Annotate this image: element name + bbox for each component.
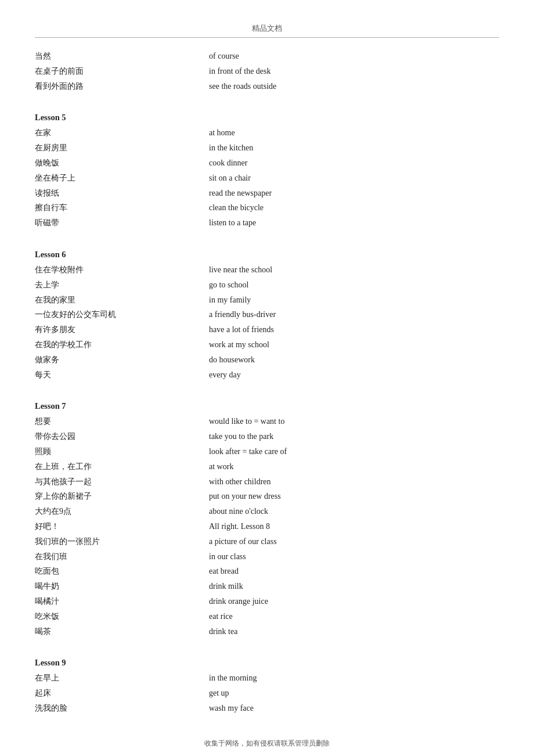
lesson-header: Lesson 6 [35,250,499,260]
table-row: 一位友好的公交车司机a friendly bus-driver [35,308,499,322]
english-text: go to school [197,278,499,292]
table-row: 看到外面的路see the roads outside [35,80,499,93]
english-text: in our class [197,550,499,564]
english-text: look after = take care of [197,445,499,459]
english-text: see the roads outside [197,80,499,93]
chinese-text: 在早上 [35,671,197,685]
english-text: in the morning [197,671,499,685]
chinese-text: 在桌子的前面 [35,64,197,78]
chinese-text: 在我的学校工作 [35,338,197,352]
chinese-text: 住在学校附件 [35,263,197,277]
english-text: of course [197,49,499,63]
chinese-text: 做晚饭 [35,156,197,170]
english-text: at home [197,126,499,140]
chinese-text: 与其他孩子一起 [35,475,197,489]
english-text: at work [197,460,499,474]
chinese-text: 吃米饭 [35,610,197,624]
english-text: drink tea [197,625,499,639]
table-row: 去上学go to school [35,278,499,292]
table-row: 在家at home [35,126,499,140]
table-row: 听磁带listen to a tape [35,216,499,230]
english-text: eat bread [197,564,499,578]
content-area: 当然of course在桌子的前面in front of the desk看到外… [35,49,499,715]
english-text: put on your new dress [197,489,499,503]
chinese-text: 一位友好的公交车司机 [35,308,197,322]
chinese-text: 读报纸 [35,186,197,200]
chinese-text: 有许多朋友 [35,323,197,337]
table-row: 每天every day [35,368,499,382]
table-row: 吃面包eat bread [35,564,499,578]
table-row: 在厨房里in the kitchen [35,141,499,155]
table-row: 好吧！All right. Lesson 8 [35,520,499,534]
english-text: in the kitchen [197,141,499,155]
chinese-text: 喝茶 [35,625,197,639]
english-text: a friendly bus-driver [197,308,499,322]
table-row: 读报纸read the newspaper [35,186,499,200]
chinese-text: 做家务 [35,353,197,367]
chinese-text: 带你去公园 [35,430,197,444]
page: 精品文档 当然of course在桌子的前面in front of the de… [0,0,534,756]
english-text: sit on a chair [197,171,499,185]
table-row: 吃米饭eat rice [35,610,499,624]
table-row: 大约在9点about nine o'clock [35,505,499,519]
chinese-text: 坐在椅子上 [35,171,197,185]
spacer [35,231,499,237]
table-row: 喝茶drink tea [35,625,499,639]
table-row: 起床get up [35,686,499,700]
chinese-text: 好吧！ [35,520,197,534]
chinese-text: 洗我的脸 [35,701,197,715]
english-text: read the newspaper [197,186,499,200]
chinese-text: 我们班的一张照片 [35,535,197,549]
table-row: 照顾look after = take care of [35,445,499,459]
table-row: 坐在椅子上sit on a chair [35,171,499,185]
english-text: get up [197,686,499,700]
english-text: listen to a tape [197,216,499,230]
table-row: 与其他孩子一起with other children [35,475,499,489]
english-text: in front of the desk [197,64,499,78]
chinese-text: 当然 [35,49,197,63]
lesson-header: Lesson 9 [35,658,499,668]
table-row: 擦自行车clean the bicycle [35,201,499,215]
english-text: wash my face [197,701,499,715]
english-text: drink orange juice [197,595,499,609]
chinese-text: 看到外面的路 [35,80,197,93]
spacer [35,639,499,645]
english-text: eat rice [197,610,499,624]
table-row: 洗我的脸wash my face [35,701,499,715]
table-row: 喝牛奶drink milk [35,579,499,593]
table-row: 做家务do housework [35,353,499,367]
table-row: 当然of course [35,49,499,63]
english-text: a picture of our class [197,535,499,549]
english-text: every day [197,368,499,382]
chinese-text: 喝橘汁 [35,595,197,609]
table-row: 有许多朋友have a lot of friends [35,323,499,337]
table-row: 在早上in the morning [35,671,499,685]
english-text: All right. Lesson 8 [197,520,499,534]
english-text: take you to the park [197,430,499,444]
spacer [35,94,499,100]
table-row: 住在学校附件live near the school [35,263,499,277]
english-text: cook dinner [197,156,499,170]
chinese-text: 想要 [35,415,197,429]
chinese-text: 在我的家里 [35,293,197,307]
lesson-header: Lesson 7 [35,401,499,411]
chinese-text: 听磁带 [35,216,197,230]
chinese-text: 在厨房里 [35,141,197,155]
chinese-text: 去上学 [35,278,197,292]
table-row: 喝橘汁drink orange juice [35,595,499,609]
english-text: in my family [197,293,499,307]
table-row: 在我的家里in my family [35,293,499,307]
english-text: do housework [197,353,499,367]
table-row: 穿上你的新裙子put on your new dress [35,489,499,503]
footer-text: 收集于网络，如有侵权请联系管理员删除 [35,733,499,748]
chinese-text: 在家 [35,126,197,140]
chinese-text: 在上班，在工作 [35,460,197,474]
table-row: 在桌子的前面in front of the desk [35,64,499,78]
english-text: with other children [197,475,499,489]
spacer [35,383,499,388]
chinese-text: 穿上你的新裙子 [35,489,197,503]
chinese-text: 起床 [35,686,197,700]
chinese-text: 在我们班 [35,550,197,564]
table-row: 在我们班in our class [35,550,499,564]
chinese-text: 照顾 [35,445,197,459]
